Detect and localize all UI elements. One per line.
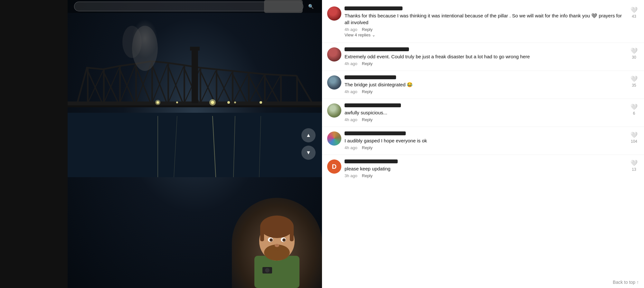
avatar <box>327 75 341 90</box>
svg-point-53 <box>260 101 262 104</box>
comment-meta: 3h ago Reply <box>345 173 626 178</box>
username-bar <box>345 6 402 10</box>
avatar: D <box>327 159 341 174</box>
like-area: 🤍 35 <box>629 75 639 88</box>
reply-button[interactable]: Reply <box>362 173 373 178</box>
comment-body: please keep updating 3h ago Reply <box>345 159 626 178</box>
reply-button[interactable]: Reply <box>362 27 373 32</box>
comment-time: 4h ago <box>345 117 357 122</box>
comment-body: The bridge just disintegrated 😂 4h ago R… <box>345 75 626 94</box>
avatar <box>327 131 341 146</box>
svg-point-57 <box>122 26 142 58</box>
top-right-button[interactable] <box>264 0 303 13</box>
svg-rect-63 <box>290 225 294 241</box>
left-panel <box>0 0 68 288</box>
heart-icon[interactable]: 🤍 <box>630 103 638 110</box>
comment-text: The bridge just disintegrated 😂 <box>345 81 626 88</box>
comment-text: please keep updating <box>345 165 626 172</box>
comment-text: Thanks for this because I was thinking i… <box>345 12 626 26</box>
comment-meta: 4h ago Reply <box>345 89 626 94</box>
like-area: 🤍 13 <box>629 159 639 172</box>
comment-text: I audibly gasped I hope everyone is ok <box>345 137 626 144</box>
comment-text: Extremely odd event. Could truly be just… <box>345 53 626 60</box>
comment-item: D please keep updating 3h ago Reply 🤍 13 <box>322 156 644 181</box>
comment-item: The bridge just disintegrated 😂 4h ago R… <box>322 72 644 97</box>
navigation-arrows: ▲ ▼ <box>301 128 316 160</box>
comment-meta: 4h ago Reply <box>345 61 626 66</box>
svg-rect-62 <box>260 225 264 241</box>
reply-button[interactable]: Reply <box>362 61 373 66</box>
avatar <box>327 47 341 62</box>
username-bar <box>345 103 401 107</box>
reply-button[interactable]: Reply <box>362 89 373 94</box>
like-count: 35 <box>632 83 636 88</box>
avatar <box>327 6 341 21</box>
like-count: 104 <box>631 139 637 144</box>
reply-button[interactable]: Reply <box>362 145 373 150</box>
avatar <box>327 103 341 118</box>
comment-item: I audibly gasped I hope everyone is ok 4… <box>322 128 644 153</box>
view-replies-button[interactable]: View 4 replies ⌄ <box>345 32 626 38</box>
back-to-top-button[interactable]: Back to top ↑ <box>613 280 639 285</box>
like-count: 6 <box>633 111 635 116</box>
reply-button[interactable]: Reply <box>362 117 373 122</box>
comment-body: I audibly gasped I hope everyone is ok 4… <box>345 131 626 150</box>
svg-point-67 <box>270 238 273 242</box>
svg-rect-54 <box>192 48 198 103</box>
like-count: 13 <box>632 167 636 172</box>
svg-rect-0 <box>68 113 322 177</box>
video-area: 🔍 ▲ ▼ <box>68 0 322 288</box>
comment-body: awfully suspicious... 4h ago Reply <box>345 103 626 122</box>
username-bar <box>345 75 396 79</box>
heart-icon[interactable]: 🤍 <box>630 75 638 82</box>
comment-item: awfully suspicious... 4h ago Reply 🤍 6 <box>322 100 644 125</box>
like-area: 🤍 104 <box>629 131 639 144</box>
heart-icon[interactable]: 🤍 <box>630 159 638 167</box>
like-count: 30 <box>632 55 636 60</box>
search-icon-button[interactable]: 🔍 <box>306 2 316 11</box>
heart-icon[interactable]: 🤍 <box>630 6 638 14</box>
comment-meta: 4h ago Reply <box>345 145 626 150</box>
username-bar <box>345 47 409 51</box>
comment-item: Thanks for this because I was thinking i… <box>322 3 644 41</box>
view-replies-label: View 4 replies <box>345 33 371 37</box>
svg-point-61 <box>260 216 294 238</box>
comment-time: 4h ago <box>345 145 357 150</box>
divider <box>322 99 644 99</box>
comment-time: 4h ago <box>345 27 357 32</box>
like-area: 🤍 6 <box>629 103 639 116</box>
heart-icon[interactable]: 🤍 <box>630 47 638 54</box>
heart-icon[interactable]: 🤍 <box>630 131 638 139</box>
svg-point-52 <box>234 101 236 103</box>
comment-time: 3h ago <box>345 173 357 178</box>
svg-point-48 <box>176 101 178 103</box>
like-count: 43 <box>632 14 636 19</box>
comment-item: Extremely odd event. Could truly be just… <box>322 44 644 69</box>
username-bar <box>345 131 406 135</box>
svg-rect-21 <box>296 76 298 105</box>
divider <box>322 43 644 43</box>
chevron-down-icon: ⌄ <box>372 33 375 37</box>
divider <box>322 71 644 71</box>
comment-time: 4h ago <box>345 61 357 66</box>
username-bar <box>345 159 398 163</box>
svg-point-71 <box>265 268 270 273</box>
svg-rect-20 <box>280 75 282 105</box>
comment-text: awfully suspicious... <box>345 109 626 116</box>
nav-down-button[interactable]: ▼ <box>301 146 316 160</box>
svg-point-47 <box>155 100 160 105</box>
svg-point-68 <box>282 238 286 242</box>
svg-point-50 <box>209 99 216 106</box>
svg-rect-7 <box>68 105 322 107</box>
nav-up-button[interactable]: ▲ <box>301 128 316 142</box>
presenter-overlay <box>232 198 322 288</box>
comment-body: Thanks for this because I was thinking i… <box>345 6 626 38</box>
like-area: 🤍 30 <box>629 47 639 60</box>
divider <box>322 155 644 155</box>
svg-point-69 <box>275 244 279 247</box>
bridge-silhouette <box>68 16 322 177</box>
svg-rect-55 <box>190 47 200 51</box>
like-area: 🤍 43 <box>629 6 639 19</box>
comment-meta: 4h ago Reply <box>345 117 626 122</box>
svg-point-51 <box>227 101 230 104</box>
